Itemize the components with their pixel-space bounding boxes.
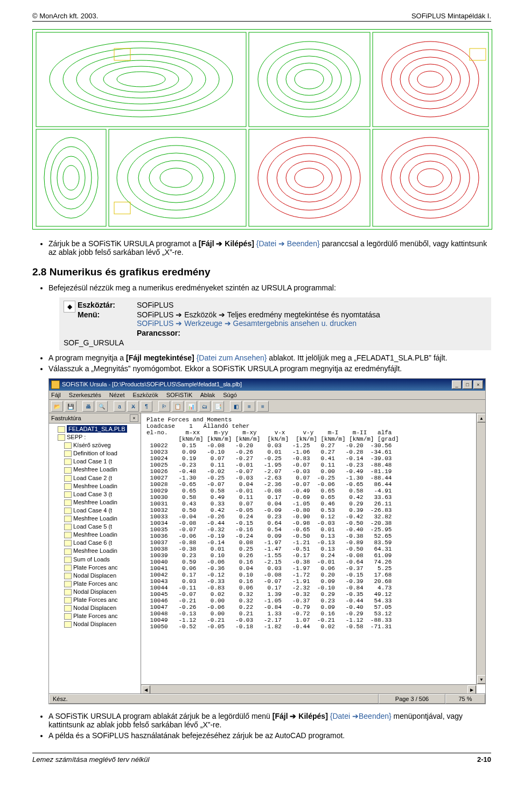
horizontal-scrollbar[interactable]: ◀ ▶ (141, 684, 477, 693)
svg-point-37 (382, 137, 479, 218)
ursula-window: SOFiSTiK Ursula - [D:\Products\SOFiPLUS\… (48, 378, 486, 704)
tree-item[interactable]: Load Case 4 (t (50, 506, 139, 515)
tree-item[interactable]: Meshfree Loadin (50, 515, 139, 523)
tree-item[interactable]: Meshfree Loadin (50, 498, 139, 506)
svg-point-13 (258, 41, 360, 117)
tree-item[interactable]: Load Case 5 (t (50, 523, 139, 531)
save-icon[interactable]: 💾 (65, 401, 76, 412)
minimize-button[interactable]: _ (452, 380, 462, 389)
page-footer: Lemez számítása meglévő terv nélkül 2-10 (32, 753, 491, 764)
tree-close-icon[interactable]: × (130, 414, 138, 422)
svg-point-33 (267, 145, 351, 210)
tool-icon[interactable]: X̶ (127, 401, 139, 412)
tool-icon[interactable]: ◧ (230, 401, 242, 412)
svg-point-27 (382, 41, 479, 117)
menu-item[interactable]: SOFiSTiK (166, 392, 193, 398)
tree-item[interactable]: Load Case 3 (t (50, 490, 139, 498)
bullet-intro: Befejezésül nézzük meg a numerikus eredm… (48, 283, 491, 292)
svg-rect-6 (373, 129, 488, 226)
menu-item[interactable]: Súgó (223, 392, 237, 398)
tool-icon[interactable]: 🏳 (158, 401, 170, 412)
menu-item[interactable]: Fájl (51, 392, 61, 398)
tool-icon[interactable]: 📑 (212, 401, 224, 412)
scroll-left-icon[interactable]: ◀ (142, 685, 150, 693)
box-val-toolbar: SOFiPLUS (137, 301, 487, 309)
bullet-close-autocad: A példa és a SOFiPLUS használatának befe… (48, 731, 491, 740)
menu-item[interactable]: Ablak (200, 392, 215, 398)
tree-item[interactable]: Nodal Displacen (50, 572, 139, 580)
menu-item[interactable]: Eszközök (133, 392, 158, 398)
titlebar: SOFiSTiK Ursula - [D:\Products\SOFiPLUS\… (49, 379, 485, 391)
tree-item[interactable]: Meshfree Loadin (50, 466, 139, 474)
svg-rect-4 (109, 129, 246, 226)
svg-point-7 (50, 41, 233, 117)
vertical-scrollbar[interactable]: ▲ ▼ (476, 413, 485, 685)
tree-item[interactable]: Plate Forces anc (50, 612, 139, 620)
svg-point-12 (117, 72, 165, 87)
tool-icon[interactable]: 📋 (172, 401, 184, 412)
bullet-press-open: Válasszuk a „Megnyitás” nyomógombot. Ekk… (48, 364, 491, 373)
tree-item[interactable]: Meshfree Loadin (50, 547, 139, 555)
menubar: Fájl Szerkesztés Nézet Eszközök SOFiSTiK… (49, 391, 485, 400)
command-box: ◆ Eszköztár: SOFiPLUS Menü: SOFiPLUS ➔ E… (59, 297, 491, 350)
header-right: SOFiPLUS Mintapéldák I. (411, 12, 491, 20)
tool-icon[interactable]: ≡ (243, 401, 255, 412)
tree-item[interactable]: Kísérő szöveg (50, 441, 139, 449)
scroll-up-icon[interactable]: ▲ (477, 414, 485, 422)
tree-title: Fastruktúra (51, 415, 81, 421)
box-key-toolbar: Eszköztár: (78, 301, 137, 309)
svg-point-40 (409, 161, 452, 195)
footer-page-number: 2-10 (477, 755, 491, 764)
tree-item[interactable]: Load Case 2 (t (50, 474, 139, 482)
tree-item[interactable]: Nodal Displacen (50, 604, 139, 612)
tree-item[interactable]: Definition of load (50, 449, 139, 457)
svg-point-20 (57, 156, 85, 199)
tool-icon[interactable]: ≡ (257, 401, 269, 412)
tree-pane: Fastruktúra × FELADAT1_SLA.PLB SEPP :Kís… (49, 413, 141, 693)
svg-rect-44 (114, 202, 130, 214)
svg-point-23 (128, 145, 225, 210)
tool-icon[interactable]: 📊 (185, 401, 197, 412)
svg-point-36 (295, 168, 324, 188)
menu-item[interactable]: Nézet (109, 392, 125, 398)
tool-icon[interactable]: a (114, 401, 125, 412)
svg-point-29 (400, 57, 460, 101)
maximize-button[interactable]: □ (463, 380, 472, 389)
tool-icon[interactable]: 🗂 (199, 401, 211, 412)
svg-rect-42 (114, 48, 130, 60)
tree-item[interactable]: Load Case 6 (t (50, 539, 139, 547)
tree-item[interactable]: Plate Forces anc (50, 596, 139, 604)
tree-item[interactable]: Nodal Displacen (50, 588, 139, 596)
tree-item[interactable]: Meshfree Loadin (50, 482, 139, 490)
svg-point-25 (149, 161, 203, 195)
content-pane: Plate Forces and Moments Loadcase 1 Álla… (141, 413, 485, 693)
window-title: SOFiSTiK Ursula - [D:\Products\SOFiPLUS\… (62, 381, 242, 387)
tree-item[interactable]: Plate Forces anc (50, 564, 139, 572)
svg-point-19 (51, 147, 92, 209)
close-button[interactable]: × (473, 380, 483, 389)
tree-item[interactable]: Nodal Displacen (50, 620, 139, 628)
tree-item[interactable]: Meshfree Loadin (50, 531, 139, 539)
svg-point-8 (63, 48, 219, 110)
open-icon[interactable]: 📂 (51, 401, 63, 412)
status-page: Page 3 / 506 (379, 694, 445, 704)
section-title: 2.8 Numerikus és grafikus eredmény (32, 266, 491, 278)
header-left: © MonArch kft. 2003. (32, 12, 98, 20)
status-text: Kész. (49, 694, 379, 704)
tree-item[interactable]: Sum of Loads (50, 556, 139, 564)
svg-point-11 (103, 66, 179, 92)
tree-item[interactable]: Plate Forces anc (50, 580, 139, 588)
tree-item[interactable]: SEPP : (50, 433, 139, 441)
bullet-close-ursula-2: A SOFiSTiK URSULA program ablakát zárjuk… (48, 712, 491, 729)
svg-rect-43 (470, 48, 486, 60)
tool-icon[interactable]: ¶ (141, 401, 152, 412)
scroll-right-icon[interactable]: ▶ (467, 685, 476, 693)
box-key-menu: Menü: (78, 310, 137, 319)
menu-item[interactable]: Szerkesztés (69, 392, 101, 398)
scroll-down-icon[interactable]: ▼ (477, 675, 485, 684)
preview-icon[interactable]: 🔍 (96, 401, 108, 412)
svg-rect-0 (36, 32, 246, 127)
print-icon[interactable]: 🖶 (82, 401, 94, 412)
tree-item[interactable]: Load Case 1 (t (50, 457, 139, 466)
tree-root[interactable]: FELADAT1_SLA.PLB (67, 425, 127, 433)
